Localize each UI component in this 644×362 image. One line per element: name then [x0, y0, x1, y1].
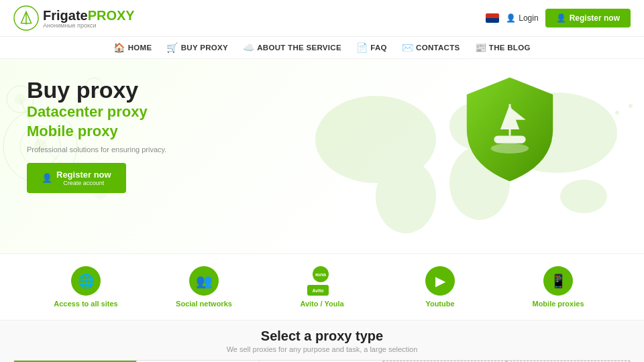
feature-label-social: Social networks	[176, 300, 232, 308]
logo-frigate: Frigate	[43, 8, 88, 23]
hero-content: Buy proxy Datacenter proxy Mobile proxy …	[27, 78, 295, 193]
hero-subtitle2: Mobile proxy	[27, 122, 295, 141]
hero-title: Buy proxy	[27, 78, 295, 103]
feature-youtube[interactable]: ▶ Youtube	[381, 261, 499, 313]
cart-icon: 🛒	[166, 42, 178, 53]
logo-proxy: PROXY	[88, 8, 135, 23]
mobile-icon: 📱	[543, 266, 573, 296]
hero-register-button[interactable]: 👤 Register now Create account	[27, 163, 126, 193]
nav-label-contacts: CONTACTS	[416, 44, 460, 52]
feature-social-networks[interactable]: 👥 Social networks	[145, 261, 263, 313]
nav-label-about: ABOUT THE SERVICE	[257, 44, 341, 52]
register-user-icon: 👤	[42, 173, 52, 183]
nav-item-home[interactable]: 🏠 HOME	[113, 42, 152, 53]
feature-access-sites[interactable]: 🌐 Access to all sites	[27, 261, 145, 313]
nav-item-contacts[interactable]: ✉️ CONTACTS	[402, 42, 460, 53]
person-icon: 👤	[506, 13, 516, 23]
select-proxy-section: Select a proxy type We sell proxies for …	[0, 320, 644, 362]
nav-item-about[interactable]: ☁️ ABOUT THE SERVICE	[243, 42, 341, 53]
feature-label-access: Access to all sites	[54, 300, 117, 308]
feature-label-mobile: Mobile proxies	[532, 300, 584, 308]
cloud-icon: ☁️	[243, 42, 254, 53]
logo-text: FrigatePROXY Анонимные прокси	[43, 8, 135, 29]
svg-point-13	[376, 160, 436, 233]
select-title: Select a proxy type	[13, 328, 631, 344]
navigation: 🏠 HOME 🛒 BUY PROXY ☁️ ABOUT THE SERVICE …	[0, 37, 644, 59]
faq-icon: 📄	[356, 42, 368, 53]
nav-label-buy-proxy: BUY PROXY	[181, 44, 228, 52]
youtube-icon: ▶	[425, 266, 455, 296]
shield-area	[456, 72, 564, 189]
login-label: Login	[519, 13, 538, 23]
login-link[interactable]: 👤 Login	[506, 13, 538, 23]
header: FrigatePROXY Анонимные прокси 👤 Login 👤 …	[0, 0, 644, 37]
flag-icon[interactable]	[486, 13, 499, 23]
svg-point-17	[560, 180, 607, 213]
svg-point-22	[615, 111, 619, 115]
register-icon: 👤	[556, 13, 566, 23]
register-label: Register now	[570, 13, 620, 23]
logo[interactable]: FrigatePROXY Анонимные прокси	[13, 5, 135, 31]
header-right: 👤 Login 👤 Register now	[486, 9, 631, 27]
nav-item-faq[interactable]: 📄 FAQ	[356, 42, 387, 53]
feature-label-youtube: Youtube	[425, 300, 454, 308]
home-icon: 🏠	[113, 42, 125, 53]
hero-register-label: Register now Create account	[56, 170, 111, 186]
svg-point-28	[491, 143, 529, 154]
nav-label-home: HOME	[128, 44, 152, 52]
logo-icon	[13, 5, 39, 31]
social-icon: 👥	[189, 266, 219, 296]
feature-label-avito: Avito / Youla	[300, 300, 343, 308]
hero-section: Buy proxy Datacenter proxy Mobile proxy …	[0, 59, 644, 253]
svg-point-20	[568, 117, 573, 122]
svg-point-21	[602, 127, 606, 131]
nav-item-blog[interactable]: 📰 THE BLOG	[475, 42, 531, 53]
globe-icon: 🌐	[71, 266, 101, 296]
feature-mobile-proxies[interactable]: 📱 Mobile proxies	[499, 261, 617, 313]
contacts-icon: ✉️	[402, 42, 413, 53]
feature-avito[interactable]: юла Avito Avito / Youla	[263, 261, 381, 313]
nav-label-blog: THE BLOG	[489, 44, 531, 52]
svg-point-23	[629, 104, 633, 108]
shield-icon	[456, 72, 564, 186]
svg-rect-27	[494, 135, 525, 143]
select-description: We sell proxies for any purpose and task…	[13, 345, 631, 353]
avito-icon: юла Avito	[307, 266, 337, 296]
blog-icon: 📰	[475, 42, 486, 53]
hero-subtitle1: Datacenter proxy	[27, 103, 295, 122]
hero-description: Professional solutions for ensuring priv…	[27, 145, 295, 154]
features-row: 🌐 Access to all sites 👥 Social networks …	[0, 253, 644, 320]
nav-label-faq: FAQ	[370, 44, 387, 52]
header-register-button[interactable]: 👤 Register now	[545, 9, 631, 27]
nav-item-buy-proxy[interactable]: 🛒 BUY PROXY	[166, 42, 228, 53]
